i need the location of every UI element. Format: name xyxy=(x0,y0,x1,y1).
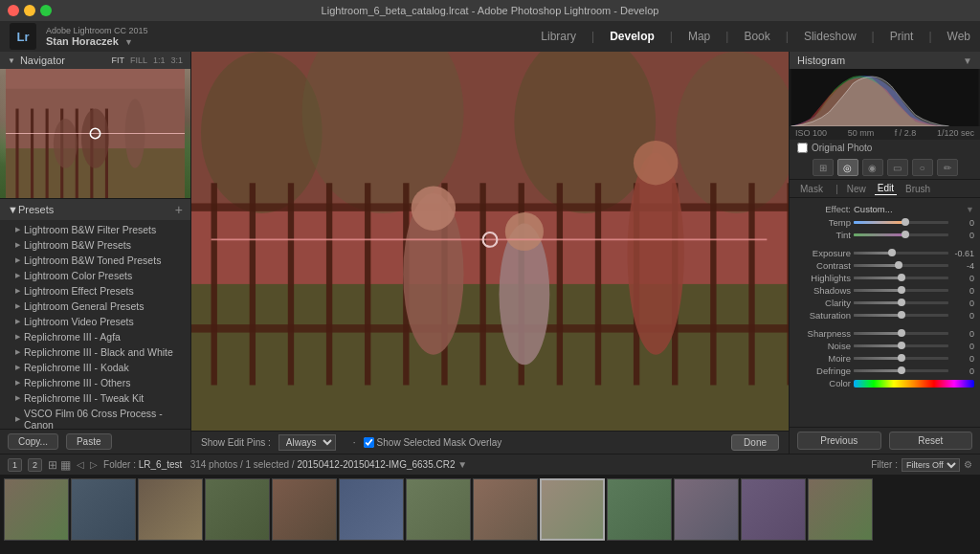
moire-slider[interactable] xyxy=(854,357,948,360)
filmstrip-prev-arrow[interactable]: ◁ xyxy=(77,459,84,470)
clarity-thumb[interactable] xyxy=(898,299,905,306)
radial-filter-tool[interactable]: ○ xyxy=(912,159,933,176)
defringe-thumb[interactable] xyxy=(898,366,905,374)
show-overlay-checkbox[interactable]: Show Selected Mask Overlay xyxy=(364,437,502,448)
clarity-slider[interactable] xyxy=(854,301,948,304)
preset-item[interactable]: ▶ VSCO Film 06 Cross Process - Canon xyxy=(0,406,190,429)
previous-button[interactable]: Previous xyxy=(797,432,881,450)
nav-book[interactable]: Book xyxy=(744,30,769,43)
exposure-thumb[interactable] xyxy=(888,249,896,256)
filmstrip-grid-icon[interactable]: ⊞ xyxy=(48,458,57,472)
noise-slider[interactable] xyxy=(854,344,948,347)
photo-container[interactable] xyxy=(191,52,789,431)
heal-tool[interactable]: ◎ xyxy=(837,159,858,176)
presets-add-button[interactable]: + xyxy=(175,202,183,217)
tint-slider[interactable] xyxy=(854,233,948,236)
navigator-fit[interactable]: FIT xyxy=(111,55,124,65)
edit-pins-select[interactable]: Always xyxy=(278,434,336,451)
filmstrip-thumb-6[interactable] xyxy=(339,478,404,541)
copy-button[interactable]: Copy... xyxy=(8,433,58,450)
filmstrip-thumb-8[interactable] xyxy=(473,478,538,541)
mask-brush-tab[interactable]: Brush xyxy=(902,183,933,195)
navigator-1to1[interactable]: 1:1 xyxy=(153,55,166,65)
nav-library[interactable]: Library xyxy=(541,30,576,43)
preset-item[interactable]: ▶ Lightroom Color Presets xyxy=(0,268,190,283)
color-picker[interactable] xyxy=(854,380,974,388)
nav-web[interactable]: Web xyxy=(947,30,970,43)
sharpness-slider[interactable] xyxy=(854,332,948,335)
nav-develop[interactable]: Develop xyxy=(610,30,655,43)
done-button[interactable]: Done xyxy=(731,434,779,451)
temp-slider[interactable] xyxy=(854,221,948,224)
user-dropdown-icon[interactable]: ▼ xyxy=(124,37,133,47)
filmstrip-single-icon[interactable]: ▦ xyxy=(60,458,71,472)
filmstrip-thumb-selected[interactable] xyxy=(540,478,605,541)
shadows-slider[interactable] xyxy=(854,289,948,292)
close-button[interactable] xyxy=(8,5,19,16)
effect-dropdown[interactable]: ▼ xyxy=(966,205,974,214)
filmstrip-thumb-10[interactable] xyxy=(607,478,672,541)
preset-item[interactable]: ▶ Lightroom B&W Presets xyxy=(0,237,190,253)
preset-item[interactable]: ▶ Lightroom Effect Presets xyxy=(0,283,190,299)
filmstrip-num1[interactable]: 1 xyxy=(8,458,22,472)
filmstrip-thumb-2[interactable] xyxy=(71,478,136,541)
filmstrip-thumb-5[interactable] xyxy=(272,478,337,541)
navigator-header[interactable]: ▼ Navigator FIT FILL 1:1 3:1 xyxy=(0,52,190,69)
defringe-slider[interactable] xyxy=(854,369,948,372)
filter-settings-icon[interactable]: ⚙ xyxy=(964,459,972,470)
redeye-tool[interactable]: ◉ xyxy=(862,159,883,176)
preset-item[interactable]: ▶ Replichrome III - Black and White xyxy=(0,344,190,360)
highlights-thumb[interactable] xyxy=(898,274,905,281)
filmstrip-thumb-1[interactable] xyxy=(4,478,69,541)
filmstrip-thumb-12[interactable] xyxy=(741,478,806,541)
filmstrip-thumb-4[interactable] xyxy=(205,478,270,541)
preset-item[interactable]: ▶ Lightroom General Presets xyxy=(0,299,190,314)
temp-thumb[interactable] xyxy=(902,218,909,226)
histogram-dropdown-icon[interactable]: ▼ xyxy=(963,55,972,66)
noise-thumb[interactable] xyxy=(898,342,905,349)
shadows-thumb[interactable] xyxy=(898,286,905,294)
filmstrip-thumb-13[interactable] xyxy=(808,478,873,541)
saturation-thumb[interactable] xyxy=(898,311,905,319)
filmstrip-dropdown[interactable]: ▼ xyxy=(457,459,467,470)
nav-slideshow[interactable]: Slideshow xyxy=(804,30,857,43)
crop-tool[interactable]: ⊞ xyxy=(813,159,834,176)
preset-item[interactable]: ▶ Lightroom B&W Toned Presets xyxy=(0,253,190,268)
tint-thumb[interactable] xyxy=(902,231,909,238)
preset-item[interactable]: ▶ Replichrome III - Tweak Kit xyxy=(0,390,190,406)
reset-button[interactable]: Reset xyxy=(889,432,973,450)
nav-map[interactable]: Map xyxy=(688,30,710,43)
contrast-thumb[interactable] xyxy=(895,261,902,269)
filmstrip-thumb-7[interactable] xyxy=(406,478,471,541)
mask-edit-tab[interactable]: Edit xyxy=(875,182,897,195)
original-photo-row[interactable]: Original Photo xyxy=(790,140,980,156)
navigator-thumbnail[interactable] xyxy=(0,69,190,198)
overlay-checkbox-input[interactable] xyxy=(364,437,374,448)
brush-tool[interactable]: ✏ xyxy=(937,159,958,176)
preset-item[interactable]: ▶ Replichrome III - Kodak xyxy=(0,360,190,375)
preset-item[interactable]: ▶ Replichrome III - Agfa xyxy=(0,329,190,344)
mask-new-tab[interactable]: New xyxy=(844,183,869,195)
filmstrip-next-arrow[interactable]: ▷ xyxy=(90,459,98,470)
filmstrip-num2[interactable]: 2 xyxy=(28,458,42,472)
maximize-button[interactable] xyxy=(40,5,52,16)
navigator-3to1[interactable]: 3:1 xyxy=(170,55,183,65)
filmstrip-thumb-3[interactable] xyxy=(138,478,203,541)
filmstrip-folder-name[interactable]: LR_6_test xyxy=(139,459,183,470)
paste-button[interactable]: Paste xyxy=(66,433,112,450)
preset-item[interactable]: ▶ Lightroom B&W Filter Presets xyxy=(0,222,190,237)
presets-header[interactable]: ▼ Presets + xyxy=(0,198,190,220)
moire-thumb[interactable] xyxy=(898,354,905,362)
sharpness-thumb[interactable] xyxy=(898,329,905,337)
histogram-header[interactable]: Histogram ▼ xyxy=(790,52,980,69)
grad-filter-tool[interactable]: ▭ xyxy=(887,159,908,176)
exposure-slider[interactable] xyxy=(854,252,948,255)
original-photo-checkbox[interactable] xyxy=(797,143,808,153)
highlights-slider[interactable] xyxy=(854,277,948,279)
contrast-slider[interactable] xyxy=(854,264,948,267)
preset-item[interactable]: ▶ Lightroom Video Presets xyxy=(0,314,190,329)
filter-select[interactable]: Filters Off xyxy=(902,458,960,472)
preset-item[interactable]: ▶ Replichrome III - Others xyxy=(0,375,190,390)
window-controls[interactable] xyxy=(8,5,52,16)
nav-print[interactable]: Print xyxy=(890,30,914,43)
